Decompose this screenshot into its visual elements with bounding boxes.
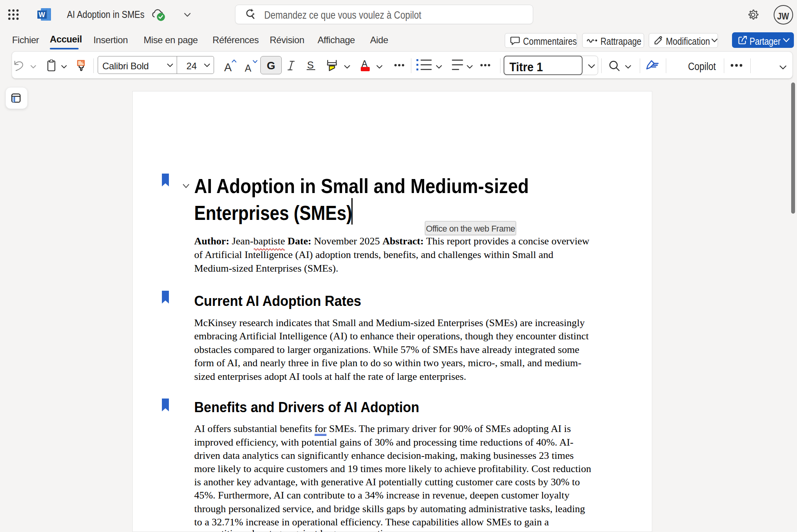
svg-text:W: W xyxy=(39,11,45,19)
